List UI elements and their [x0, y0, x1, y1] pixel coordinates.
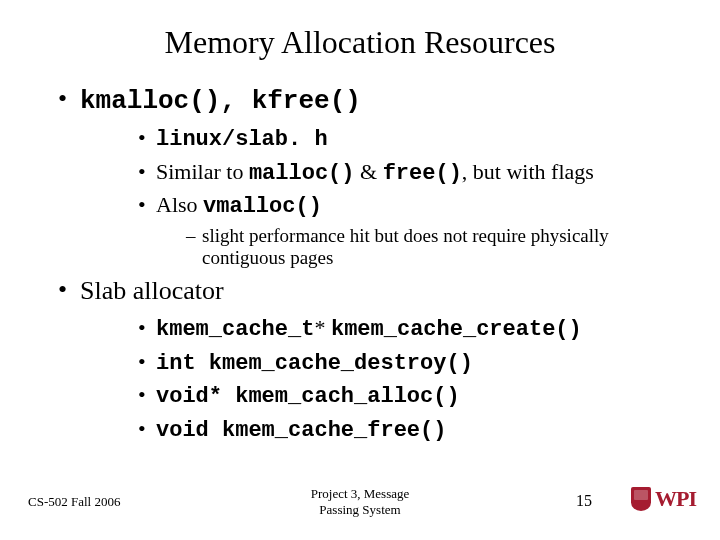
footer-center-line2: Passing System [319, 502, 400, 517]
kmem-destroy-code: int kmem_cache_destroy() [156, 351, 473, 376]
kmem-free-code: void kmem_cache_free() [156, 418, 446, 443]
slide-title: Memory Allocation Resources [48, 24, 672, 61]
slide: Memory Allocation Resources kmalloc(), k… [0, 0, 720, 540]
slide-footer: CS-502 Fall 2006 Project 3, Message Pass… [0, 486, 720, 526]
footer-center-line1: Project 3, Message [311, 486, 410, 501]
footer-project: Project 3, Message Passing System [0, 486, 720, 517]
slabh-code: linux/slab. h [156, 127, 328, 152]
sub-kmem-create: kmem_cache_t* kmem_cache_create() [138, 314, 672, 344]
kmalloc-code: kmalloc(), kfree() [80, 86, 361, 116]
also-pre: Also [156, 192, 203, 217]
similar-mid: & [355, 159, 383, 184]
footer-logo: WPI [631, 486, 696, 512]
free-code: free() [383, 161, 462, 186]
bullet-kmalloc: kmalloc(), kfree() linux/slab. h Similar… [58, 85, 672, 270]
kmem-cache-t-code: kmem_cache_t [156, 317, 314, 342]
similar-post: , but with flags [462, 159, 594, 184]
vmalloc-note: slight performance hit but does not requ… [186, 225, 672, 271]
kmalloc-sublist: linux/slab. h Similar to malloc() & free… [80, 124, 672, 270]
slab-label: Slab allocator [80, 276, 224, 305]
sub-also-vmalloc: Also vmalloc() slight performance hit bu… [138, 191, 672, 270]
wpi-shield-icon [631, 487, 651, 511]
sub-slabh: linux/slab. h [138, 124, 672, 154]
sub-kmem-free: void kmem_cache_free() [138, 415, 672, 445]
similar-pre: Similar to [156, 159, 249, 184]
bullet-slab-allocator: Slab allocator kmem_cache_t* kmem_cache_… [58, 276, 672, 444]
sub-kmem-alloc: void* kmem_cach_alloc() [138, 381, 672, 411]
footer-page-number: 15 [576, 492, 592, 510]
sub-kmem-destroy: int kmem_cache_destroy() [138, 348, 672, 378]
kmem-create-code: kmem_cache_create() [331, 317, 582, 342]
kmem-star: * [314, 315, 331, 340]
kmem-alloc-code: void* kmem_cach_alloc() [156, 384, 460, 409]
malloc-code: malloc() [249, 161, 355, 186]
vmalloc-sublist: slight performance hit but does not requ… [156, 225, 672, 271]
wpi-logo-text: WPI [655, 486, 696, 512]
vmalloc-code: vmalloc() [203, 194, 322, 219]
bullet-list-level1: kmalloc(), kfree() linux/slab. h Similar… [48, 85, 672, 444]
slab-sublist: kmem_cache_t* kmem_cache_create() int km… [80, 314, 672, 444]
sub-similar: Similar to malloc() & free(), but with f… [138, 158, 672, 188]
